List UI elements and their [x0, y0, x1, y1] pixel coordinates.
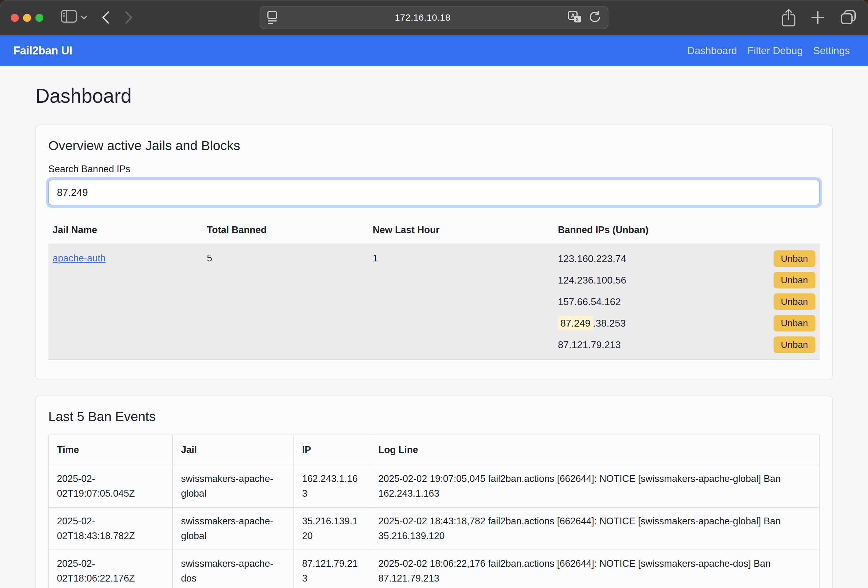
address-bar[interactable]: 172.16.10.18 A x	[260, 6, 608, 29]
search-banned-ips-label: Search Banned IPs	[48, 164, 820, 175]
event-ip: 162.243.1.163	[294, 465, 370, 507]
column-header-jail: Jail	[173, 435, 294, 465]
banned-ip-row: 124.236.100.56 Unban	[558, 270, 815, 291]
chevron-down-icon[interactable]	[81, 15, 87, 20]
column-header-jail-name: Jail Name	[48, 217, 203, 244]
app-navbar: Fail2ban UI Dashboard Filter Debug Setti…	[0, 35, 868, 66]
event-time: 2025-02-02T19:07:05.045Z	[49, 465, 173, 507]
event-ip: 35.216.139.120	[294, 507, 370, 550]
banned-ip-row: 123.160.223.74 Unban	[558, 248, 815, 270]
event-jail: swissmakers-apache-dos	[173, 550, 294, 588]
overview-card: Overview active Jails and Blocks Search …	[35, 125, 833, 380]
nav-link-filter-debug[interactable]: Filter Debug	[742, 45, 808, 57]
table-row: apache-auth 5 1 123.160.223.74 Unban 124…	[48, 244, 820, 360]
column-header-time: Time	[49, 435, 173, 465]
banned-ip: 157.66.54.162	[558, 296, 621, 308]
overview-card-title: Overview active Jails and Blocks	[48, 138, 820, 153]
reload-icon[interactable]	[589, 11, 601, 24]
nav-links: Dashboard Filter Debug Settings	[682, 45, 855, 57]
page-settings-icon[interactable]	[267, 11, 278, 24]
ban-events-card: Last 5 Ban Events Time Jail IP Log Line …	[35, 395, 833, 588]
nav-link-dashboard[interactable]: Dashboard	[682, 45, 742, 57]
table-row: 2025-02-02T18:43:18.782Z swissmakers-apa…	[49, 507, 819, 550]
page-content: Dashboard Overview active Jails and Bloc…	[0, 85, 868, 588]
table-row: 2025-02-02T19:07:05.045Z swissmakers-apa…	[49, 465, 819, 507]
minimize-window-button[interactable]	[23, 14, 31, 22]
url-text: 172.16.10.18	[278, 12, 568, 23]
banned-ip-row: 157.66.54.162 Unban	[558, 291, 815, 312]
unban-button[interactable]: Unban	[774, 293, 815, 310]
column-header-log-line: Log Line	[370, 435, 819, 465]
unban-button[interactable]: Unban	[774, 251, 815, 267]
banned-ip: 124.236.100.56	[558, 275, 626, 286]
share-icon[interactable]	[782, 9, 796, 27]
event-time: 2025-02-02T18:43:18.782Z	[49, 507, 173, 550]
event-ip: 87.121.79.213	[294, 550, 370, 588]
banned-ip-row: 87.121.79.213 Unban	[558, 334, 815, 355]
jail-name-link[interactable]: apache-auth	[53, 253, 105, 264]
forward-button[interactable]	[125, 11, 133, 24]
ban-events-table: Time Jail IP Log Line 2025-02-02T19:07:0…	[48, 435, 820, 588]
brand[interactable]: Fail2ban UI	[13, 44, 72, 57]
event-log-line: 2025-02-02 19:07:05,045 fail2ban.actions…	[370, 465, 819, 507]
ban-events-card-title: Last 5 Ban Events	[48, 409, 820, 424]
column-header-total-banned: Total Banned	[203, 217, 369, 244]
window-controls	[11, 14, 43, 22]
tab-overview-icon[interactable]	[840, 10, 856, 25]
banned-ip-row: 87.249.38.253 Unban	[558, 312, 815, 334]
event-jail: swissmakers-apache-global	[173, 507, 294, 550]
new-last-hour-value: 1	[369, 244, 554, 360]
back-button[interactable]	[102, 11, 109, 24]
banned-ip: 87.249.38.253	[558, 318, 626, 329]
page-title: Dashboard	[35, 85, 833, 107]
search-banned-ips-input[interactable]	[48, 180, 820, 205]
zoom-window-button[interactable]	[35, 14, 43, 22]
banned-ip: 123.160.223.74	[558, 253, 626, 264]
column-header-banned-ips: Banned IPs (Unban)	[554, 217, 820, 244]
event-log-line: 2025-02-02 18:43:18,782 fail2ban.actions…	[370, 507, 819, 550]
sidebar-toggle-icon[interactable]	[61, 10, 77, 23]
browser-window: 172.16.10.18 A x	[0, 0, 868, 588]
nav-link-settings[interactable]: Settings	[808, 45, 855, 57]
banned-ip: 87.121.79.213	[558, 339, 621, 351]
svg-text:x: x	[576, 16, 579, 22]
event-jail: swissmakers-apache-global	[173, 465, 294, 507]
banned-ips-cell: 123.160.223.74 Unban 124.236.100.56 Unba…	[554, 244, 820, 360]
new-tab-icon[interactable]	[811, 10, 825, 25]
browser-chrome: 172.16.10.18 A x	[0, 0, 868, 35]
jails-overview-table: Jail Name Total Banned New Last Hour Ban…	[48, 217, 820, 360]
column-header-ip: IP	[294, 435, 370, 465]
column-header-new-last-hour: New Last Hour	[369, 217, 554, 244]
unban-button[interactable]: Unban	[774, 336, 815, 353]
search-match-highlight: 87.249	[558, 316, 593, 330]
event-log-line: 2025-02-02 18:06:22,176 fail2ban.actions…	[370, 550, 819, 588]
event-time: 2025-02-02T18:06:22.176Z	[49, 550, 173, 588]
total-banned-value: 5	[203, 244, 369, 360]
translate-icon[interactable]: A x	[568, 11, 582, 24]
close-window-button[interactable]	[11, 14, 19, 22]
table-row: 2025-02-02T18:06:22.176Z swissmakers-apa…	[49, 550, 819, 588]
unban-button[interactable]: Unban	[774, 272, 815, 289]
unban-button[interactable]: Unban	[774, 315, 815, 332]
